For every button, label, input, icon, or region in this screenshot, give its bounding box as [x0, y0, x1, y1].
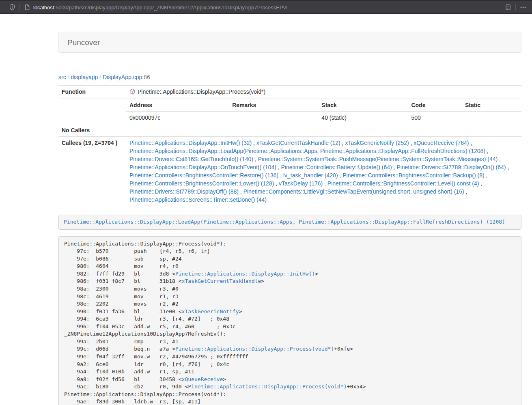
- stack-value: 40 (static): [318, 112, 408, 124]
- callee-link[interactable]: Pinetime::Drivers::Cst816S::GetTouchInfo…: [129, 156, 253, 162]
- divider: [58, 63, 521, 63]
- col-stack: Stack: [318, 99, 408, 112]
- function-name-cell: Pinetime::Applications::DisplayApp::Proc…: [126, 86, 522, 99]
- breadcrumb-separator: /: [98, 74, 103, 80]
- callees-separator: ,: [278, 172, 283, 179]
- breadcrumb: src / displayapp / DisplayApp.cpp:86: [58, 73, 521, 81]
- col-address: Address: [126, 99, 229, 112]
- empty-cell: [58, 99, 126, 124]
- no-callers-row: No Callers: [58, 124, 521, 137]
- callees-separator: ,: [469, 140, 472, 146]
- browser-toolbar: localhost:5000/path/src/displayapp/Displ…: [0, 0, 532, 14]
- col-remarks: Remarks: [229, 99, 318, 112]
- reader-mode-icon[interactable]: [505, 4, 511, 11]
- callee-link[interactable]: Pinetime::Drivers::St7789::DisplayOn() (…: [396, 164, 506, 170]
- callees-separator: ,: [239, 188, 243, 195]
- stats-cell: Address Remarks Stack Code Static 0x0000…: [126, 99, 522, 124]
- breadcrumb-separator: /: [66, 74, 71, 80]
- function-table: Function Pinetime::Applications::Display…: [58, 85, 521, 206]
- code-symbol-link[interactable]: xTaskGetCurrentTaskHandle: [182, 278, 261, 284]
- code-symbol-link[interactable]: Pinetime::Applications::DisplayApp::Init…: [175, 271, 315, 277]
- highlighted-symbol-link[interactable]: Pinetime::Applications::DisplayApp::Load…: [64, 219, 505, 225]
- breadcrumb-link[interactable]: DisplayApp.cpp: [103, 74, 142, 80]
- shield-icon[interactable]: [9, 4, 15, 11]
- code-size-value: 500: [408, 112, 461, 124]
- static-value: [462, 112, 521, 124]
- callees-separator: ,: [274, 180, 279, 187]
- callees-separator: ,: [323, 180, 327, 187]
- code-listing: Pinetime::Applications::DisplayApp::Proc…: [58, 236, 521, 405]
- no-callers-label: No Callers: [58, 124, 126, 137]
- callee-link[interactable]: xTaskGenericNotify (252): [345, 140, 409, 146]
- function-stats-row: Address Remarks Stack Code Static 0x0000…: [58, 99, 521, 124]
- callees-separator: ,: [392, 164, 397, 170]
- code-symbol-link[interactable]: xTaskGenericNotify: [182, 308, 239, 315]
- callees-list: Pinetime::Applications::DisplayApp::Init…: [126, 137, 522, 206]
- col-code: Code: [408, 99, 461, 112]
- callees-separator: ,: [485, 172, 488, 179]
- callee-link[interactable]: Pinetime::Controllers::BrightnessControl…: [327, 180, 479, 187]
- callee-link[interactable]: Pinetime::Controllers::BrightnessControl…: [129, 172, 278, 179]
- highlighted-symbol: Pinetime::Applications::DisplayApp::Load…: [58, 215, 521, 230]
- code-symbol-link[interactable]: xQueueReceive: [182, 376, 223, 382]
- callees-separator: ,: [485, 148, 489, 154]
- url-bar[interactable]: localhost:5000/path/src/displayapp/Displ…: [33, 4, 505, 11]
- callees-label: Callees (19, Σ=3704 ): [58, 137, 126, 206]
- callees-separator: ,: [253, 156, 258, 162]
- function-row: Function Pinetime::Applications::Display…: [58, 86, 521, 99]
- callee-link[interactable]: Pinetime::Controllers::BrightnessControl…: [129, 180, 274, 187]
- callee-link[interactable]: Pinetime::Applications::DisplayApp::Load…: [129, 148, 485, 154]
- callees-separator: ,: [252, 140, 256, 146]
- stats-header-row: Address Remarks Stack Code Static: [126, 99, 521, 112]
- function-name: Pinetime::Applications::DisplayApp::Proc…: [138, 88, 265, 95]
- app-title: Puncover: [67, 38, 100, 47]
- callee-link[interactable]: xQueueReceive (764): [414, 140, 469, 146]
- code-symbol-link[interactable]: Pinetime::Applications::DisplayApp::Proc…: [175, 346, 334, 352]
- toolbar-separator: [515, 4, 516, 11]
- empty-cell: [126, 124, 522, 137]
- remarks-value: [229, 112, 318, 124]
- callee-link[interactable]: Pinetime::Controllers::BrightnessControl…: [342, 172, 484, 179]
- callee-link[interactable]: Pinetime::Applications::Screens::Timer::…: [129, 196, 267, 203]
- callees-separator: ,: [340, 140, 345, 146]
- breadcrumb-link[interactable]: displayapp: [71, 74, 98, 80]
- callee-link[interactable]: vTaskDelay (176): [279, 180, 323, 187]
- callee-link[interactable]: Pinetime::Components::LittleVgl::SetNewT…: [243, 188, 464, 195]
- callee-link[interactable]: lv_task_handler (420): [283, 172, 338, 179]
- more-options-icon[interactable]: [520, 4, 526, 11]
- breadcrumb-line-number: :86: [142, 74, 150, 80]
- url-path: :5000/path/src/displayapp/DisplayApp.cpp…: [54, 4, 287, 11]
- cube-icon: [129, 88, 135, 97]
- callee-link[interactable]: xTaskGetCurrentTaskHandle (12): [256, 140, 340, 146]
- callees-separator: ,: [409, 140, 414, 146]
- code-symbol-link[interactable]: Pinetime::Applications::DisplayApp::Proc…: [188, 383, 347, 390]
- callees-separator: ,: [464, 188, 467, 195]
- callee-link[interactable]: Pinetime::System::SystemTask::PushMessag…: [258, 156, 498, 162]
- stats-table: Address Remarks Stack Code Static 0x0000…: [126, 99, 521, 124]
- page-icon[interactable]: [24, 4, 30, 11]
- function-row-label: Function: [58, 86, 126, 99]
- toolbar-separator: [19, 4, 20, 11]
- col-static: Static: [462, 99, 521, 112]
- callee-link[interactable]: Pinetime::Controllers::Battery::Update()…: [281, 164, 392, 170]
- address-value: 0x0000097c: [126, 112, 229, 124]
- callee-link[interactable]: Pinetime::Applications::DisplayApp::Init…: [129, 140, 252, 146]
- url-host: localhost: [33, 4, 54, 11]
- breadcrumb-link[interactable]: src: [58, 74, 66, 80]
- callees-separator: ,: [276, 164, 281, 170]
- callees-separator: ,: [498, 156, 501, 162]
- callees-row: Callees (19, Σ=3704 ) Pinetime::Applicat…: [58, 137, 521, 206]
- page-content: Puncover src / displayapp / DisplayApp.c…: [58, 32, 521, 405]
- callee-link[interactable]: Pinetime::Applications::DisplayApp::OnTo…: [129, 164, 276, 170]
- stats-value-row: 0x0000097c 40 (static) 500: [126, 112, 521, 124]
- callees-separator: ,: [338, 172, 343, 179]
- callees-separator: ,: [506, 164, 509, 170]
- callee-link[interactable]: Pinetime::Drivers::St7789::DisplayOff() …: [129, 188, 239, 195]
- app-header: Puncover: [58, 32, 521, 53]
- callees-separator: ,: [479, 180, 482, 187]
